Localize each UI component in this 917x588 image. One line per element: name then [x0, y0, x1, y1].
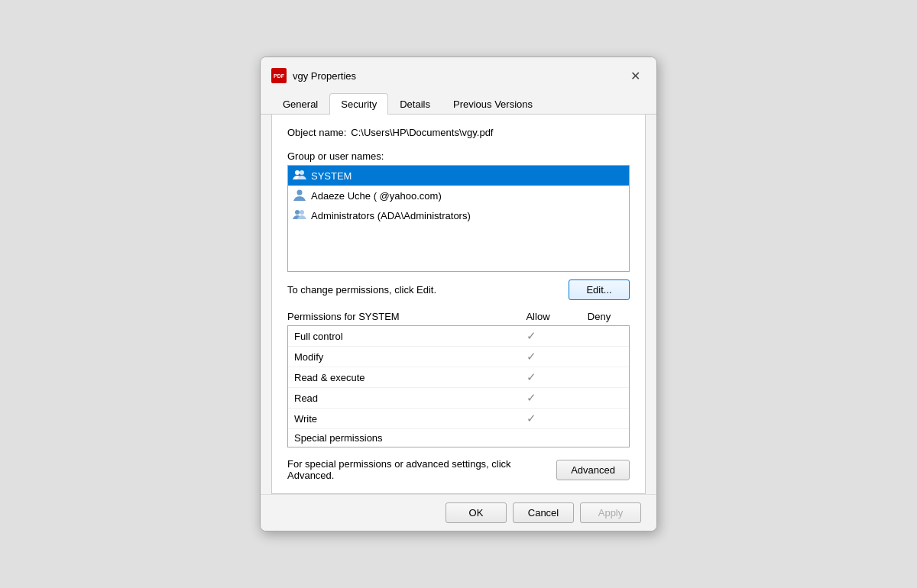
permissions-for-label: Permissions for SYSTEM	[287, 311, 400, 322]
perm-name-write: Write	[294, 413, 501, 425]
perm-allow-modify: ✓	[501, 350, 562, 363]
advanced-button[interactable]: Advanced	[556, 460, 630, 480]
svg-point-3	[295, 210, 300, 215]
perm-row-read: Read ✓	[288, 388, 629, 409]
tab-security[interactable]: Security	[329, 93, 388, 115]
cancel-button[interactable]: Cancel	[513, 502, 574, 523]
edit-button[interactable]: Edit...	[569, 279, 630, 300]
perm-name-modify: Modify	[294, 351, 501, 363]
administrators-name: Administrators (ADA\Administrators)	[311, 210, 471, 221]
svg-point-4	[300, 210, 304, 215]
perm-allow-read: ✓	[501, 391, 562, 405]
object-name-row: Object name: C:\Users\HP\Documents\vgy.p…	[287, 127, 630, 138]
user-item-adaeze[interactable]: Adaeze Uche ( @yahoo.com)	[288, 186, 629, 205]
edit-row: To change permissions, click Edit. Edit.…	[287, 279, 630, 300]
close-button[interactable]: ✕	[624, 65, 646, 86]
object-name-label: Object name:	[287, 127, 346, 138]
user-item-administrators[interactable]: Administrators (ADA\Administrators)	[288, 205, 629, 225]
title-bar: PDF vgy Properties ✕	[261, 57, 656, 86]
perm-columns-header: Allow Deny	[507, 311, 630, 322]
allow-column-header: Allow	[507, 311, 569, 322]
permissions-header: Permissions for SYSTEM Allow Deny	[287, 311, 630, 325]
system-user-name: SYSTEM	[311, 170, 352, 182]
tab-bar: General Security Details Previous Versio…	[261, 86, 656, 115]
adaeze-user-icon	[293, 189, 306, 202]
perm-allow-full-control: ✓	[501, 329, 562, 343]
perm-row-modify: Modify ✓	[288, 347, 629, 367]
title-bar-left: PDF vgy Properties	[271, 68, 356, 83]
tab-previous-versions[interactable]: Previous Versions	[442, 93, 544, 115]
tab-details[interactable]: Details	[388, 93, 442, 115]
dialog-footer: OK Cancel Apply	[261, 494, 656, 531]
pdf-icon: PDF	[271, 68, 287, 83]
user-item-system[interactable]: SYSTEM	[288, 166, 629, 186]
perm-row-write: Write ✓	[288, 409, 629, 429]
properties-dialog: PDF vgy Properties ✕ General Security De…	[260, 57, 657, 531]
svg-point-1	[300, 170, 304, 175]
adaeze-user-name: Adaeze Uche ( @yahoo.com)	[311, 190, 442, 202]
apply-button[interactable]: Apply	[580, 502, 641, 523]
svg-point-2	[297, 190, 303, 195]
perm-row-special: Special permissions	[288, 429, 629, 447]
edit-description: To change permissions, click Edit.	[287, 284, 436, 296]
perm-name-full-control: Full control	[294, 331, 501, 342]
perm-row-full-control: Full control ✓	[288, 326, 629, 347]
object-path-value: C:\Users\HP\Documents\vgy.pdf	[351, 127, 493, 138]
dialog-title: vgy Properties	[293, 70, 356, 82]
security-tab-content: Object name: C:\Users\HP\Documents\vgy.p…	[271, 115, 646, 494]
advanced-row: For special permissions or advanced sett…	[287, 458, 630, 481]
svg-point-0	[295, 170, 300, 175]
perm-allow-read-execute: ✓	[501, 370, 562, 384]
deny-column-header: Deny	[569, 311, 630, 322]
users-list[interactable]: SYSTEM Adaeze Uche ( @yahoo.com) Adminis…	[287, 165, 630, 272]
administrators-icon	[293, 208, 306, 222]
system-user-icon	[293, 169, 306, 183]
tab-general[interactable]: General	[271, 93, 329, 115]
advanced-description: For special permissions or advanced sett…	[287, 458, 517, 481]
perm-name-read: Read	[294, 393, 501, 404]
perm-name-special: Special permissions	[294, 432, 501, 444]
permissions-section: Permissions for SYSTEM Allow Deny Full c…	[287, 311, 630, 447]
perm-row-read-execute: Read & execute ✓	[288, 367, 629, 388]
ok-button[interactable]: OK	[446, 502, 507, 523]
perm-allow-write: ✓	[501, 412, 562, 425]
group-users-label: Group or user names:	[287, 150, 630, 162]
permissions-table: Full control ✓ Modify ✓ Read & execute ✓…	[287, 325, 630, 447]
perm-name-read-execute: Read & execute	[294, 372, 501, 383]
